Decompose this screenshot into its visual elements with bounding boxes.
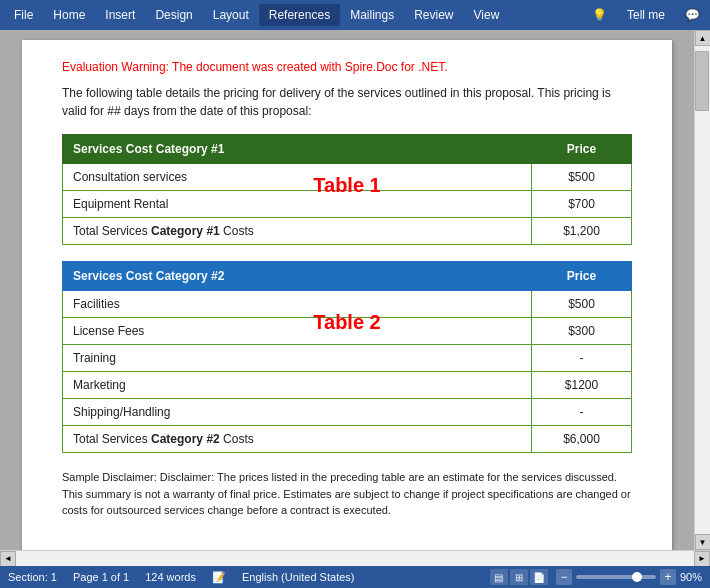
- zoom-in-button[interactable]: +: [660, 569, 676, 585]
- proofing-icon[interactable]: 📝: [212, 571, 226, 584]
- table2-container: Table 2 Services Cost Category #2 Price …: [62, 261, 632, 453]
- table2-row3-price: -: [532, 345, 632, 372]
- status-bar-right: ▤ ⊞ 📄 − + 90%: [490, 569, 702, 585]
- table-row: Total Services Category #2 Costs $6,000: [63, 426, 632, 453]
- eval-warning: Evaluation Warning: The document was cre…: [62, 60, 632, 74]
- table1-row3-item: Total Services Category #1 Costs: [63, 218, 532, 245]
- table2-row5-price: -: [532, 399, 632, 426]
- table2-row6-bold: Category #2: [151, 432, 220, 446]
- print-view-icon[interactable]: ▤: [490, 569, 508, 585]
- table-row: Total Services Category #1 Costs $1,200: [63, 218, 632, 245]
- menu-design[interactable]: Design: [145, 4, 202, 26]
- doc-intro: The following table details the pricing …: [62, 84, 632, 120]
- menu-layout[interactable]: Layout: [203, 4, 259, 26]
- table2-row5-item: Shipping/Handling: [63, 399, 532, 426]
- menu-home[interactable]: Home: [43, 4, 95, 26]
- menu-view[interactable]: View: [464, 4, 510, 26]
- menu-bar: File Home Insert Design Layout Reference…: [0, 0, 710, 30]
- read-view-icon[interactable]: 📄: [530, 569, 548, 585]
- chat-icon[interactable]: 💬: [679, 4, 706, 26]
- scroll-thumb[interactable]: [695, 51, 709, 111]
- zoom-slider[interactable]: [576, 575, 656, 579]
- scroll-left-button[interactable]: ◄: [0, 551, 16, 567]
- table1-container: Table 1 Services Cost Category #1 Price …: [62, 134, 632, 245]
- scroll-right-button[interactable]: ►: [694, 551, 710, 567]
- document-page: Evaluation Warning: The document was cre…: [22, 40, 672, 550]
- table1-row1-price: $500: [532, 164, 632, 191]
- lightbulb-icon[interactable]: 💡: [586, 4, 613, 26]
- vertical-scrollbar[interactable]: ▲ ▼: [694, 30, 710, 550]
- table1-row1-item: Consultation services: [63, 164, 532, 191]
- table2: Services Cost Category #2 Price Faciliti…: [62, 261, 632, 453]
- page-indicator: Page 1 of 1: [73, 571, 129, 583]
- section-indicator: Section: 1: [8, 571, 57, 583]
- table-row: Marketing $1200: [63, 372, 632, 399]
- table2-row2-item: License Fees: [63, 318, 532, 345]
- scroll-track[interactable]: [695, 46, 710, 534]
- zoom-control: − + 90%: [556, 569, 702, 585]
- table2-row6-item: Total Services Category #2 Costs: [63, 426, 532, 453]
- table2-row1-item: Facilities: [63, 291, 532, 318]
- horizontal-scrollbar[interactable]: ◄ ►: [0, 550, 710, 566]
- menu-file[interactable]: File: [4, 4, 43, 26]
- table1-price-header: Price: [532, 135, 632, 164]
- table1-header-row: Services Cost Category #1 Price: [63, 135, 632, 164]
- zoom-slider-thumb[interactable]: [632, 572, 642, 582]
- table2-row1-price: $500: [532, 291, 632, 318]
- table2-price-header: Price: [532, 262, 632, 291]
- table1-label: Table 1: [313, 174, 380, 197]
- table2-category-header: Services Cost Category #2: [63, 262, 532, 291]
- table2-row4-price: $1200: [532, 372, 632, 399]
- table-row: Training -: [63, 345, 632, 372]
- table2-row4-item: Marketing: [63, 372, 532, 399]
- web-view-icon[interactable]: ⊞: [510, 569, 528, 585]
- table2-row6-price: $6,000: [532, 426, 632, 453]
- table1-row2-price: $700: [532, 191, 632, 218]
- table2-row3-item: Training: [63, 345, 532, 372]
- table2-header-row: Services Cost Category #2 Price: [63, 262, 632, 291]
- disclaimer: Sample Disclaimer: Disclaimer: The price…: [62, 469, 632, 519]
- table2-label: Table 2: [313, 311, 380, 334]
- scroll-down-button[interactable]: ▼: [695, 534, 711, 550]
- table2-row2-price: $300: [532, 318, 632, 345]
- scroll-up-button[interactable]: ▲: [695, 30, 711, 46]
- table1-row3-price: $1,200: [532, 218, 632, 245]
- document-scroll[interactable]: Evaluation Warning: The document was cre…: [0, 30, 694, 550]
- menu-mailings[interactable]: Mailings: [340, 4, 404, 26]
- document-area: Evaluation Warning: The document was cre…: [0, 30, 710, 550]
- table1-row3-bold: Category #1: [151, 224, 220, 238]
- table1-row2-item: Equipment Rental: [63, 191, 532, 218]
- view-icons: ▤ ⊞ 📄: [490, 569, 548, 585]
- language-indicator: English (United States): [242, 571, 355, 583]
- menu-review[interactable]: Review: [404, 4, 463, 26]
- table-row: Shipping/Handling -: [63, 399, 632, 426]
- zoom-out-button[interactable]: −: [556, 569, 572, 585]
- status-bar: Section: 1 Page 1 of 1 124 words 📝 Engli…: [0, 566, 710, 588]
- zoom-level: 90%: [680, 571, 702, 583]
- menu-insert[interactable]: Insert: [95, 4, 145, 26]
- table1-category-header: Services Cost Category #1: [63, 135, 532, 164]
- menu-references[interactable]: References: [259, 4, 340, 26]
- tell-me-button[interactable]: Tell me: [617, 4, 675, 26]
- hscroll-track[interactable]: [16, 551, 694, 566]
- word-count: 124 words: [145, 571, 196, 583]
